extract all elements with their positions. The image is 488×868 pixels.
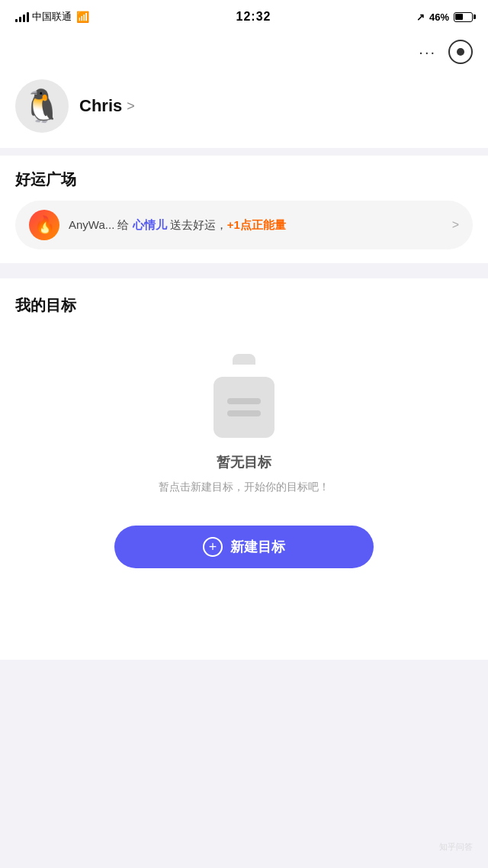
section-divider-2	[0, 263, 488, 271]
lucky-card-text: AnyWa... 给 心情儿 送去好运，+1点正能量	[69, 218, 443, 233]
status-time: 12:32	[236, 10, 271, 24]
wifi-icon: 📶	[76, 11, 89, 23]
new-goal-plus-icon: +	[203, 537, 223, 557]
top-actions-bar: ···	[0, 34, 488, 73]
empty-state: 暂无目标 暂点击新建目标，开始你的目标吧！ + 新建目标	[15, 339, 473, 599]
watermark: 知乎问答	[439, 841, 473, 853]
signal-icon	[15, 11, 29, 22]
lucky-card-suffix: 送去好运，	[167, 218, 227, 231]
new-goal-label: 新建目标	[230, 538, 285, 556]
avatar-image: 🐧	[22, 90, 62, 122]
lucky-card-positive: +1点正能量	[227, 218, 286, 231]
lucky-section-title: 好运广场	[15, 169, 473, 190]
battery-percent: 46%	[429, 11, 449, 23]
clipboard-line-2	[227, 410, 261, 416]
scan-icon	[457, 48, 464, 56]
lucky-flame-icon: 🔥	[29, 210, 59, 240]
lucky-card[interactable]: 🔥 AnyWa... 给 心情儿 送去好运，+1点正能量 >	[15, 201, 473, 249]
empty-state-subtitle: 暂点击新建目标，开始你的目标吧！	[159, 479, 329, 495]
lucky-card-highlight: 心情儿	[133, 218, 167, 231]
status-right: ↗ 46%	[416, 11, 473, 23]
lucky-card-main-text: AnyWa... 给	[69, 218, 133, 231]
goals-section-title: 我的目标	[15, 295, 473, 316]
clipboard-clip-icon	[233, 354, 255, 365]
battery-icon	[454, 12, 473, 22]
lucky-section: 好运广场 🔥 AnyWa... 给 心情儿 送去好运，+1点正能量 >	[0, 156, 488, 263]
carrier-label: 中国联通	[32, 10, 72, 24]
profile-section: 🐧 Chris >	[0, 73, 488, 148]
empty-state-title: 暂无目标	[217, 453, 271, 471]
section-divider-1	[0, 148, 488, 156]
scan-button[interactable]	[448, 40, 473, 64]
goals-section: 我的目标 暂无目标 暂点击新建目标，开始你的目标吧！ + 新建目标	[0, 278, 488, 660]
empty-state-icon	[202, 354, 286, 438]
more-options-button[interactable]: ···	[419, 43, 436, 61]
clipboard-body-icon	[214, 377, 274, 438]
new-goal-button[interactable]: + 新建目标	[114, 526, 374, 568]
status-bar: 中国联通 📶 12:32 ↗ 46%	[0, 0, 488, 34]
status-left: 中国联通 📶	[15, 10, 91, 24]
profile-name: Chris	[79, 96, 122, 116]
profile-name-row[interactable]: Chris >	[79, 96, 135, 116]
chevron-right-icon: >	[127, 98, 135, 114]
location-icon: ↗	[416, 11, 425, 23]
lucky-card-arrow-icon: >	[452, 218, 459, 232]
avatar: 🐧	[15, 79, 69, 133]
clipboard-line-1	[227, 398, 261, 404]
